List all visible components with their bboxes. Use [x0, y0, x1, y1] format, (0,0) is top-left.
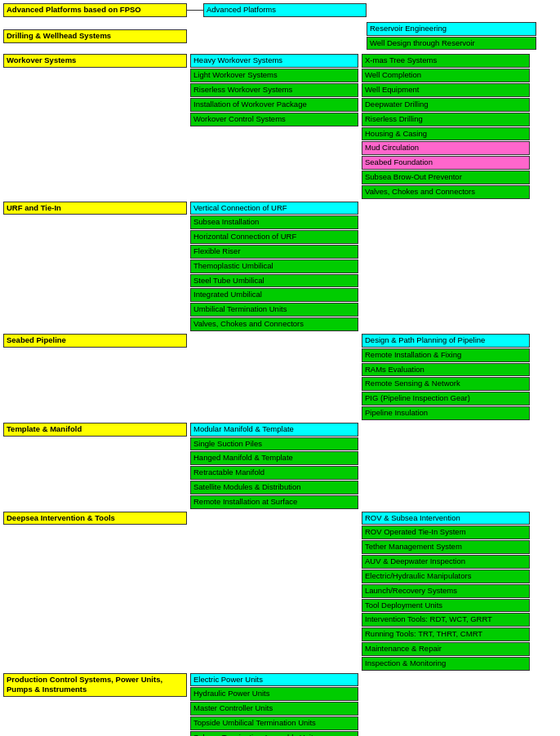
drilling-left: Drilling & Wellhead Systems [3, 29, 187, 43]
mid-cell: Modular Manifold & Template [190, 423, 358, 437]
right-cell: Riserless Drilling [362, 113, 530, 126]
right-cell: Deepwater Drilling [362, 98, 530, 112]
mid-cell: Retractable Manifold [190, 466, 358, 480]
right-cell: Housing & Casing [362, 127, 530, 141]
fpso-mid: Advanced Platforms [203, 3, 367, 17]
row-workover: Workover Systems Heavy Workover Systems … [3, 54, 557, 199]
right-cell: PIG (Pipeline Inspection Gear) [362, 392, 530, 406]
right-cell: Valves, Chokes and Connectors [362, 185, 530, 199]
mid-cell: Hydraulic Power Units [190, 687, 358, 701]
right-cell: ROV & Subsea Intervention [362, 512, 530, 525]
mid-cell: Umbilical Termination Units [190, 303, 358, 317]
row-intervention: Deepsea Intervention & Tools ROV & Subse… [3, 512, 557, 672]
right-cell: Design & Path Planning of Pipeline [362, 334, 530, 348]
intervention-right: ROV & Subsea Intervention ROV Operated T… [358, 512, 530, 672]
mid-cell: Integrated Umbilical [190, 288, 358, 302]
mid-cell: Remote Installation at Surface [190, 495, 358, 509]
right-cell: Remote Installation & Fixing [362, 348, 530, 362]
mid-cell: Subsea Termination Assembly Units [190, 731, 358, 736]
mid-cell: Heavy Workover Systems [190, 54, 358, 68]
intervention-left: Deepsea Intervention & Tools [3, 512, 187, 525]
right-cell: Well Completion [362, 69, 530, 82]
right-cell: Electric/Hydraulic Manipulators [362, 570, 530, 583]
mid-cell: Hanged Manifold & Template [190, 451, 358, 465]
production-mid: Electric Power Units Hydraulic Power Uni… [187, 673, 358, 736]
right-cell: Subsea Brow-Out Preventor [362, 171, 530, 184]
right-cell: AUV & Deepwater Inspection [362, 555, 530, 569]
workover-right: X-mas Tree Systems Well Completion Well … [358, 54, 530, 199]
right-cell: Reservoir Engineering [367, 22, 536, 36]
fpso-left: Advanced Platforms based on FPSO [3, 3, 187, 17]
right-cell: Well Design through Reservoir [367, 37, 536, 51]
mid-cell: Installation of Workover Package [190, 98, 358, 112]
mid-cell: Riserless Workover Systems [190, 83, 358, 97]
urf-mid: Vertical Connection of URF Subsea Instal… [187, 202, 358, 332]
row-template: Template & Manifold Modular Manifold & T… [3, 423, 557, 510]
right-cell: Tool Deployment Units [362, 599, 530, 613]
mid-cell: Master Controller Units [190, 702, 358, 716]
right-cell: Remote Sensing & Network [362, 377, 530, 391]
row-drilling: Drilling & Wellhead Systems Reservoir En… [3, 22, 557, 51]
right-cell: Tether Management System [362, 540, 530, 554]
right-cell: Inspection & Monitoring [362, 657, 530, 671]
drilling-right: Reservoir Engineering Well Design throug… [367, 22, 536, 51]
workover-left-wrap: Workover Systems [3, 54, 187, 69]
mid-cell: Valves, Chokes and Connectors [190, 317, 358, 331]
mid-cell: Single Suction Piles [190, 437, 358, 451]
mid-cell: Subsea Installation [190, 215, 358, 229]
right-cell: X-mas Tree Systems [362, 54, 530, 68]
right-cell: Well Equipment [362, 83, 530, 97]
mid-cell: Vertical Connection of URF [190, 202, 358, 215]
workover-left: Workover Systems [3, 54, 187, 68]
right-cell: Maintenance & Repair [362, 642, 530, 656]
right-cell: Launch/Recovery Systems [362, 584, 530, 598]
pipeline-left: Seabed Pipeline [3, 334, 187, 348]
right-cell: Running Tools: TRT, THRT, CMRT [362, 627, 530, 641]
mid-cell: Horizontal Connection of URF [190, 230, 358, 244]
template-left: Template & Manifold [3, 423, 187, 437]
pipeline-right: Design & Path Planning of Pipeline Remot… [358, 334, 530, 421]
row-fpso: Advanced Platforms based on FPSO Advance… [3, 3, 557, 18]
connector-fpso [187, 10, 203, 11]
right-cell-seabed: Seabed Foundation [362, 156, 530, 170]
row-urf: URF and Tie-In Vertical Connection of UR… [3, 202, 557, 332]
production-left: Production Control Systems, Power Units,… [3, 673, 187, 698]
right-cell: Intervention Tools: RDT, WCT, GRRT [362, 613, 530, 627]
mid-cell: Electric Power Units [190, 673, 358, 687]
right-cell-mud: Mud Circulation [362, 141, 530, 155]
mid-cell: Light Workover Systems [190, 69, 358, 82]
diagram: Advanced Platforms based on FPSO Advance… [0, 0, 560, 736]
mid-cell: Flexible Riser [190, 245, 358, 259]
mid-cell: Steel Tube Umbilical [190, 274, 358, 288]
mid-cell-topside: Topside Umbilical Termination Units [190, 716, 358, 730]
workover-mid: Heavy Workover Systems Light Workover Sy… [187, 54, 358, 126]
right-cell: ROV Operated Tie-In System [362, 525, 530, 539]
urf-left: URF and Tie-In [3, 202, 187, 215]
right-cell: Pipeline Insulation [362, 406, 530, 420]
template-mid: Modular Manifold & Template Single Sucti… [187, 423, 358, 510]
row-production: Production Control Systems, Power Units,… [3, 673, 557, 736]
right-cell: RAMs Evaluation [362, 363, 530, 377]
mid-cell: Satellite Modules & Distribution [190, 481, 358, 494]
mid-cell: Workover Control Systems [190, 113, 358, 126]
mid-cell: Themoplastic Umbilical [190, 259, 358, 273]
row-pipeline: Seabed Pipeline Design & Path Planning o… [3, 334, 557, 421]
